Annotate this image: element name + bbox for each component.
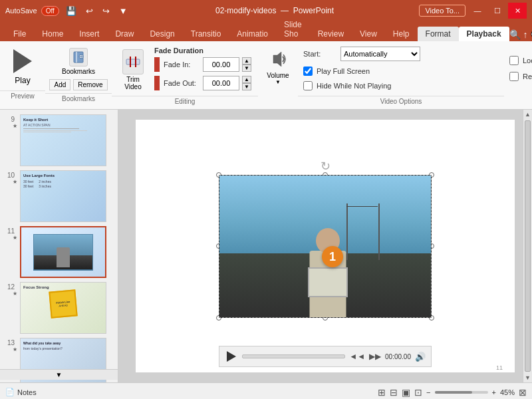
canvas-scroll-up[interactable]: ▲ bbox=[523, 110, 532, 119]
fade-out-row: Fade Out: ▲ ▼ bbox=[154, 76, 251, 90]
close-btn[interactable]: ✕ bbox=[508, 3, 527, 19]
tab-transition[interactable]: Transitio bbox=[183, 27, 229, 41]
start-row: Start: Automatically On Click When Click… bbox=[303, 47, 420, 61]
undo-btn[interactable]: ↩ bbox=[83, 5, 96, 17]
slide-star-12: ★ bbox=[13, 291, 17, 297]
view-reading-btn[interactable]: ▣ bbox=[402, 387, 410, 398]
slide-num-9: 9 bbox=[1, 116, 15, 123]
canvas-scroll-down[interactable]: ▼ bbox=[523, 373, 532, 382]
badge-number: 1 bbox=[322, 246, 343, 267]
fade-out-spinner[interactable]: ▲ ▼ bbox=[242, 76, 251, 90]
zoom-slider[interactable] bbox=[435, 391, 488, 394]
autosave-toggle[interactable]: Off bbox=[41, 6, 59, 16]
fade-in-spinner[interactable]: ▲ ▼ bbox=[242, 57, 251, 72]
status-right: ⊞ ⊟ ▣ ⊡ − + 45% ⊠ bbox=[378, 387, 527, 398]
view-grid-btn[interactable]: ⊟ bbox=[390, 387, 398, 398]
view-slideshow-btn[interactable]: ⊡ bbox=[414, 387, 422, 398]
slide-thumb-11[interactable] bbox=[20, 226, 106, 278]
fade-in-up[interactable]: ▲ bbox=[242, 57, 251, 65]
window-controls: — ☐ ✕ bbox=[468, 3, 527, 19]
canvas-slide-number: 11 bbox=[496, 364, 503, 371]
video-forward-btn[interactable]: ▶▶ bbox=[369, 352, 381, 361]
slide-thumb-10[interactable]: Use Large Fonts 30 feet2 inches 30 feet3… bbox=[20, 170, 106, 222]
slide-thumb-12[interactable]: Focus Strong Finish Line AHEAD bbox=[20, 282, 106, 334]
tab-draw[interactable]: Draw bbox=[107, 27, 142, 41]
ribbon: Play Preview Bookmarks Add Remove Bookma… bbox=[0, 41, 532, 110]
rewind-label: Rewind after Playing bbox=[523, 72, 532, 80]
tab-animation[interactable]: Animatio bbox=[229, 27, 276, 41]
fade-out-down[interactable]: ▼ bbox=[242, 83, 251, 90]
fade-in-input[interactable] bbox=[203, 57, 239, 72]
slide-star-9: ★ bbox=[13, 123, 17, 129]
rewind-checkbox[interactable] bbox=[509, 72, 519, 81]
tab-insert[interactable]: Insert bbox=[71, 27, 107, 41]
video-play-icon bbox=[227, 351, 236, 362]
tab-help[interactable]: Help bbox=[385, 27, 418, 41]
search-btn[interactable]: 🔍 bbox=[509, 29, 521, 40]
ribbon-group-video-options: Start: Automatically On Click When Click… bbox=[298, 44, 504, 106]
tab-review[interactable]: Review bbox=[310, 27, 352, 41]
tab-home[interactable]: Home bbox=[34, 27, 71, 41]
bookmarks-btn[interactable]: Bookmarks bbox=[58, 47, 99, 76]
redo-btn[interactable]: ↪ bbox=[100, 5, 112, 17]
canvas-scroll-thumb[interactable] bbox=[525, 120, 531, 372]
tab-design[interactable]: Design bbox=[142, 27, 182, 41]
loop-checkbox[interactable] bbox=[509, 56, 519, 65]
slide-thumb-9[interactable]: Keep it Short AT ACTION SPAN bbox=[20, 114, 106, 166]
canvas-scrollbar[interactable]: ▲ ▼ bbox=[523, 110, 532, 382]
rotate-handle[interactable]: ↻ bbox=[321, 159, 331, 174]
ribbon-group-loop: Loop until Stopped Rewind after Playing … bbox=[504, 44, 532, 97]
start-label: Start: bbox=[303, 50, 336, 58]
video-volume-btn[interactable]: 🔊 bbox=[415, 352, 426, 362]
fade-in-label: Fade In: bbox=[164, 61, 200, 68]
video-selection-box bbox=[219, 175, 432, 318]
slide-star-11: ★ bbox=[13, 235, 17, 241]
slide-item-9[interactable]: 9 ★ Keep it Short AT ACTION SPAN bbox=[0, 112, 118, 168]
tab-format[interactable]: Format bbox=[418, 27, 459, 41]
video-tools-tab[interactable]: Video To... bbox=[419, 5, 466, 17]
fade-out-up[interactable]: ▲ bbox=[242, 76, 251, 83]
tab-view[interactable]: View bbox=[352, 27, 385, 41]
bookmarks-group-label: Bookmarks bbox=[45, 93, 112, 104]
video-play-btn[interactable] bbox=[225, 351, 238, 362]
maximize-btn[interactable]: ☐ bbox=[488, 3, 507, 19]
customize-btn[interactable]: ▼ bbox=[116, 5, 130, 17]
start-select[interactable]: Automatically On Click When Clicked On bbox=[340, 47, 420, 61]
zoom-level: 45% bbox=[500, 388, 515, 396]
slide-panel-scroll-down[interactable]: ▼ bbox=[0, 369, 118, 380]
tab-file[interactable]: File bbox=[5, 27, 34, 41]
remove-bookmark-btn[interactable]: Remove bbox=[73, 79, 107, 90]
hide-while-not-playing-checkbox[interactable] bbox=[303, 81, 313, 90]
slide-panel[interactable]: 9 ★ Keep it Short AT ACTION SPAN 10 ★ bbox=[0, 110, 118, 382]
video-wrapper: ↻ bbox=[219, 175, 432, 318]
tab-slideshow[interactable]: Slide Sho bbox=[276, 17, 310, 41]
fade-out-input[interactable] bbox=[203, 76, 239, 90]
zoom-minus[interactable]: − bbox=[426, 388, 430, 396]
volume-btn[interactable]: Volume ▼ bbox=[267, 47, 289, 85]
zoom-plus[interactable]: + bbox=[492, 388, 496, 396]
play-button[interactable]: Play bbox=[5, 47, 40, 88]
save-icon-btn[interactable]: 💾 bbox=[63, 5, 79, 17]
fit-btn[interactable]: ⊠ bbox=[519, 387, 527, 398]
view-normal-btn[interactable]: ⊞ bbox=[378, 387, 386, 398]
play-icon bbox=[13, 49, 32, 73]
video-rewind-btn[interactable]: ◄◄ bbox=[349, 352, 365, 361]
title-center: 02-modify-videos — PowerPoint bbox=[130, 6, 420, 15]
tab-playback[interactable]: Playback bbox=[459, 27, 509, 41]
trim-video-btn[interactable]: TrimVideo bbox=[117, 47, 149, 93]
video-content bbox=[219, 175, 432, 318]
fade-in-row: Fade In: ▲ ▼ bbox=[154, 57, 251, 72]
slide-item-10[interactable]: 10 ★ Use Large Fonts 30 feet2 inches 30 … bbox=[0, 168, 118, 224]
add-bookmark-btn[interactable]: Add bbox=[49, 79, 70, 90]
play-fullscreen-checkbox[interactable] bbox=[303, 66, 313, 76]
slide-item-12[interactable]: 12 ★ Focus Strong Finish Line AHEAD bbox=[0, 280, 118, 336]
slide-num-11: 11 bbox=[1, 227, 15, 235]
fade-in-down[interactable]: ▼ bbox=[242, 65, 251, 72]
share-btn[interactable]: ↑ bbox=[523, 29, 528, 40]
video-controls-bar: ◄◄ ▶▶ 00:00.00 🔊 bbox=[219, 346, 432, 367]
video-progress-bar[interactable] bbox=[242, 354, 345, 358]
minimize-btn[interactable]: — bbox=[468, 3, 487, 19]
notes-btn[interactable]: 📄 Notes bbox=[5, 388, 37, 396]
slide-item-11[interactable]: 11 ★ bbox=[0, 224, 118, 280]
slide-canvas: ↻ bbox=[136, 120, 515, 372]
